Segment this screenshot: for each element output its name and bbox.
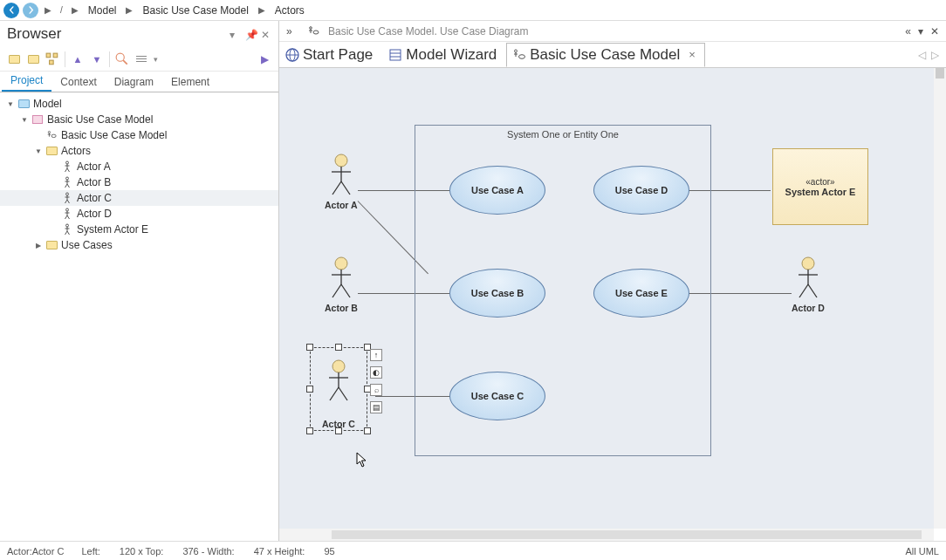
breadcrumb-root: / (58, 5, 65, 15)
vertical-scrollbar[interactable] (934, 68, 946, 529)
usecase-c[interactable]: Use Case C (449, 372, 545, 420)
svg-point-19 (66, 193, 69, 195)
document-tabstrip: Start Page Model Wizard Basic Use Case M… (279, 42, 946, 68)
status-left-value: 120 x Top: (120, 546, 164, 557)
usecase-b[interactable]: Use Case B (449, 269, 545, 318)
svg-point-3 (116, 53, 124, 61)
svg-line-23 (67, 200, 70, 203)
system-actor-e[interactable]: «actor» System Actor E (772, 148, 868, 225)
pin-icon[interactable]: 📌 (245, 29, 256, 39)
usecase-e[interactable]: Use Case E (593, 269, 689, 318)
tab-diagram-active[interactable]: Basic Use Case Model × (506, 43, 705, 67)
tab-project[interactable]: Project (2, 71, 51, 92)
diagram-type-icon[interactable] (307, 25, 319, 38)
breadcrumb-item[interactable]: Actors (271, 4, 308, 17)
play-icon[interactable]: ▶ (257, 52, 271, 66)
svg-line-61 (799, 284, 808, 297)
svg-point-48 (335, 154, 347, 167)
breadcrumb-bar: ▶ / ▶ Model ▶ Basic Use Case Model ▶ Act… (0, 0, 946, 21)
tree-node-actor[interactable]: Actor C (0, 190, 278, 206)
nav-forward-button[interactable] (23, 3, 38, 18)
close-icon[interactable]: ✕ (930, 25, 939, 38)
svg-point-53 (335, 257, 347, 270)
actor-label: Actor C (310, 419, 367, 429)
dropdown-icon[interactable]: ▾ (230, 29, 240, 39)
svg-point-14 (66, 177, 69, 180)
diagram-canvas[interactable]: System One or Entity One Use Case A Use … (279, 68, 934, 529)
svg-point-47 (519, 54, 525, 58)
new-element-icon[interactable] (26, 52, 40, 66)
tree-label: Actor A (77, 160, 111, 173)
tree-node-actor[interactable]: System Actor E (0, 222, 278, 237)
svg-line-17 (65, 184, 68, 188)
browser-panel: Browser ▾ 📌 ✕ ▾ ▶ Project (0, 21, 279, 541)
expand-icon[interactable]: » (286, 25, 298, 38)
tree-label: Actors (61, 145, 91, 157)
svg-line-18 (67, 184, 70, 188)
tree-node-package[interactable]: Basic Use Case Model (0, 112, 278, 127)
nav-back-button[interactable] (3, 3, 19, 18)
quick-link-icon[interactable]: ↑ (370, 349, 382, 361)
actor-label: Actor A (325, 200, 358, 210)
collapse-icon[interactable]: « (905, 25, 911, 38)
tree-node-actor[interactable]: Actor D (0, 206, 278, 222)
svg-point-37 (313, 31, 319, 34)
model-tree[interactable]: Model Basic Use Case Model Basic Use Cas… (0, 92, 278, 541)
breadcrumb-item[interactable]: Model (85, 4, 120, 17)
actor-c-selected[interactable]: Actor C (310, 347, 367, 431)
appearance-icon[interactable]: ◐ (370, 366, 382, 379)
actor-b[interactable]: Actor B (325, 256, 358, 313)
diagram-canvas-wrap: System One or Entity One Use Case A Use … (279, 68, 946, 541)
zoom-icon[interactable]: ⌕ (370, 384, 382, 396)
breadcrumb-item[interactable]: Basic Use Case Model (139, 4, 251, 17)
tab-model-wizard[interactable]: Model Wizard (382, 43, 506, 67)
chevron-icon: ▶ (256, 5, 268, 15)
tree-label: Actor D (77, 208, 112, 220)
svg-line-66 (330, 387, 339, 400)
new-package-icon[interactable] (7, 52, 21, 66)
next-tab-icon[interactable]: ▷ (931, 49, 939, 61)
actor-a[interactable]: Actor A (325, 154, 358, 210)
tree-node-actor[interactable]: Actor B (0, 174, 278, 190)
browser-tabstrip: Project Context Diagram Element (0, 72, 278, 92)
tree-label: Use Cases (61, 239, 113, 251)
svg-rect-0 (46, 53, 51, 58)
status-perspective: All UML (905, 546, 939, 557)
tab-context[interactable]: Context (51, 72, 105, 92)
hamburger-icon[interactable] (134, 52, 148, 66)
move-up-button[interactable] (71, 52, 85, 66)
actor-label: Actor B (325, 303, 358, 313)
tab-diagram[interactable]: Diagram (106, 72, 162, 92)
tab-element[interactable]: Element (162, 72, 218, 92)
move-down-button[interactable] (90, 52, 104, 66)
svg-point-44 (515, 50, 518, 52)
prev-tab-icon[interactable]: ◁ (918, 49, 926, 61)
close-icon[interactable]: ✕ (261, 29, 271, 39)
browser-toolbar: ▾ ▶ (0, 47, 278, 72)
search-icon[interactable] (115, 52, 129, 66)
tree-node-actors-folder[interactable]: Actors (0, 143, 278, 159)
svg-line-27 (65, 215, 68, 219)
selection-quick-tools[interactable]: ↑ ◐ ⌕ ▤ (370, 349, 382, 413)
tab-start-page[interactable]: Start Page (279, 43, 382, 67)
globe-icon (285, 48, 299, 62)
horizontal-scrollbar[interactable] (279, 529, 934, 541)
close-tab-icon[interactable]: × (689, 48, 696, 61)
dropdown-icon[interactable]: ▾ (918, 25, 923, 38)
usecase-d[interactable]: Use Case D (593, 166, 689, 215)
tree-node-model[interactable]: Model (0, 96, 278, 112)
svg-line-62 (808, 284, 817, 297)
usecase-a[interactable]: Use Case A (449, 166, 545, 215)
tab-label: Model Wizard (406, 46, 497, 64)
tab-label: Start Page (303, 46, 373, 64)
actor-d[interactable]: Actor D (792, 256, 825, 313)
tree-node-usecases-folder[interactable]: Use Cases (0, 237, 278, 253)
tree-label: Basic Use Case Model (61, 129, 167, 141)
new-diagram-icon[interactable] (45, 52, 59, 66)
tree-label: Model (33, 98, 62, 110)
usecase-diagram-icon (512, 48, 526, 62)
properties-icon[interactable]: ▤ (370, 401, 382, 413)
tree-node-diagram[interactable]: Basic Use Case Model (0, 127, 278, 143)
browser-header: Browser ▾ 📌 ✕ (0, 21, 278, 47)
tree-node-actor[interactable]: Actor A (0, 159, 278, 174)
